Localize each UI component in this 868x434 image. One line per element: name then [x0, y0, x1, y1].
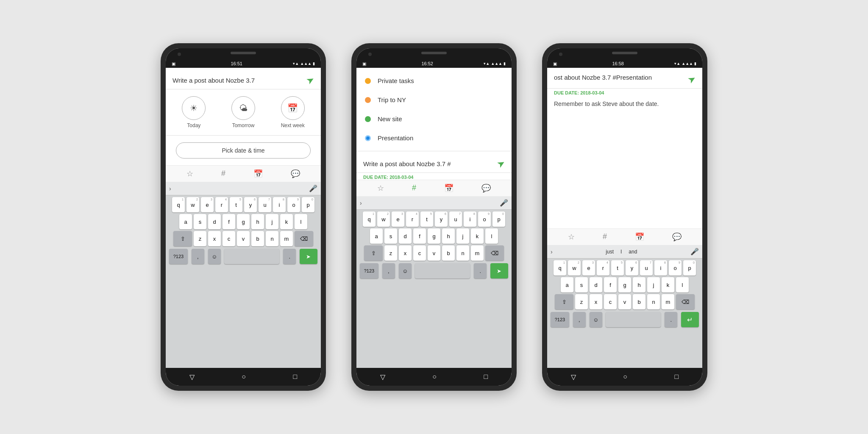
key2-a[interactable]: a	[370, 228, 383, 244]
key3-h[interactable]: h	[633, 277, 645, 292]
key3-k[interactable]: k	[662, 277, 674, 292]
date-today-option[interactable]: ☀ Today	[182, 96, 206, 128]
key-j[interactable]: j	[266, 214, 278, 229]
key-num-switch[interactable]: ?123	[169, 249, 188, 264]
key3-j[interactable]: j	[647, 277, 660, 292]
suggestion-just[interactable]: just	[606, 249, 614, 255]
key3-z[interactable]: z	[575, 294, 588, 309]
calendar-icon-2[interactable]: 📅	[444, 184, 453, 193]
hash-icon-2[interactable]: #	[412, 184, 416, 193]
key2-c[interactable]: c	[413, 245, 426, 261]
nav-back-icon-3[interactable]: ▽	[571, 373, 576, 381]
calendar-icon-3[interactable]: 📅	[635, 232, 644, 242]
key2-y[interactable]: 6y	[435, 211, 448, 227]
key2-s[interactable]: s	[384, 228, 397, 244]
key-r[interactable]: 4r	[215, 197, 228, 212]
project-item-tripny[interactable]: Trip to NY	[356, 90, 512, 109]
key-h[interactable]: h	[251, 214, 264, 229]
key3-y[interactable]: 6y	[626, 260, 638, 275]
key3-n[interactable]: n	[647, 294, 660, 309]
nav-back-icon[interactable]: ▽	[189, 373, 195, 381]
key3-o[interactable]: 9o	[669, 260, 682, 275]
key3-c[interactable]: c	[604, 294, 617, 309]
star-icon-3[interactable]: ☆	[568, 232, 575, 242]
key3-u[interactable]: 7u	[640, 260, 653, 275]
nav-home-icon[interactable]: ○	[242, 373, 246, 381]
key2-l[interactable]: l	[485, 228, 498, 244]
key2-x[interactable]: x	[399, 245, 412, 261]
key2-p[interactable]: 0p	[492, 211, 505, 227]
nav-recents-icon[interactable]: □	[293, 373, 298, 381]
key3-e[interactable]: 3e	[582, 260, 595, 275]
key2-shift[interactable]: ⇧	[364, 245, 383, 261]
nav-recents-icon-2[interactable]: □	[484, 373, 488, 381]
key2-space[interactable]	[415, 263, 470, 278]
key2-g[interactable]: g	[428, 228, 440, 244]
key3-r[interactable]: 4r	[597, 260, 609, 275]
key2-m[interactable]: m	[471, 245, 484, 261]
star-icon[interactable]: ☆	[186, 169, 193, 178]
calendar-icon[interactable]: 📅	[253, 169, 263, 178]
chevron-icon[interactable]: ›	[169, 185, 171, 192]
nav-back-icon-2[interactable]: ▽	[380, 373, 385, 381]
key-x[interactable]: x	[208, 231, 221, 246]
date-tomorrow-option[interactable]: 🌤 Tomorrow	[231, 96, 255, 128]
task-input-area-2[interactable]: Write a post about Nozbe 3.7 # ➤	[356, 151, 512, 173]
key-delete[interactable]: ⌫	[295, 231, 313, 246]
task-note-area-3[interactable]: Remember to ask Steve about the date.	[547, 95, 702, 228]
key-space[interactable]	[224, 249, 279, 264]
key-g[interactable]: g	[237, 214, 250, 229]
key-emoji[interactable]: ☺	[208, 249, 221, 264]
mic-icon[interactable]: 🎤	[309, 184, 317, 192]
key-shift[interactable]: ⇧	[173, 231, 192, 246]
key2-t[interactable]: 5t	[420, 211, 433, 227]
key2-h[interactable]: h	[442, 228, 455, 244]
key-w[interactable]: 2w	[186, 197, 199, 212]
key2-num-switch[interactable]: ?123	[360, 263, 378, 278]
key3-g[interactable]: g	[618, 277, 631, 292]
key3-v[interactable]: v	[618, 294, 631, 309]
hash-icon[interactable]: #	[221, 169, 225, 178]
pick-date-button[interactable]: Pick date & time	[176, 142, 311, 159]
comment-icon-3[interactable]: 💬	[672, 232, 682, 242]
key-k[interactable]: k	[280, 214, 293, 229]
key3-space[interactable]	[606, 312, 661, 327]
key2-j[interactable]: j	[456, 228, 469, 244]
project-item-private[interactable]: Private tasks	[356, 71, 512, 90]
key-e[interactable]: 3e	[201, 197, 214, 212]
key-v[interactable]: v	[237, 231, 250, 246]
key2-r[interactable]: 4r	[406, 211, 419, 227]
comment-icon-2[interactable]: 💬	[481, 184, 491, 193]
nav-home-icon-3[interactable]: ○	[623, 373, 627, 381]
key3-enter[interactable]: ↵	[681, 312, 699, 327]
mic-icon-3[interactable]: 🎤	[690, 248, 699, 256]
key3-t[interactable]: 5t	[611, 260, 624, 275]
key2-d[interactable]: d	[399, 228, 412, 244]
key3-comma[interactable]: ,	[573, 312, 586, 327]
key2-comma[interactable]: ,	[382, 263, 395, 278]
key3-s[interactable]: s	[575, 277, 588, 292]
key2-v[interactable]: v	[428, 245, 440, 261]
key3-emoji[interactable]: ☺	[590, 312, 602, 327]
project-item-newsite[interactable]: New site	[356, 109, 512, 128]
project-item-presentation[interactable]: Presentation	[356, 128, 512, 147]
key2-q[interactable]: 1q	[363, 211, 376, 227]
key-b[interactable]: b	[251, 231, 264, 246]
key2-delete[interactable]: ⌫	[485, 245, 504, 261]
key2-f[interactable]: f	[413, 228, 426, 244]
suggestion-i[interactable]: I	[620, 249, 622, 255]
key3-x[interactable]: x	[590, 294, 602, 309]
key-f[interactable]: f	[223, 214, 235, 229]
key-o[interactable]: 9o	[287, 197, 300, 212]
nav-recents-icon-3[interactable]: □	[675, 373, 679, 381]
send-arrow-icon-2[interactable]: ➤	[495, 157, 507, 170]
comment-icon[interactable]: 💬	[291, 169, 300, 178]
key2-e[interactable]: 3e	[392, 211, 404, 227]
key3-m[interactable]: m	[662, 294, 674, 309]
task-input-area[interactable]: Write a post about Nozbe 3.7 ➤	[166, 68, 321, 89]
key2-b[interactable]: b	[442, 245, 455, 261]
star-icon-2[interactable]: ☆	[377, 184, 384, 193]
key2-period[interactable]: .	[474, 263, 487, 278]
key3-p[interactable]: 0p	[683, 260, 696, 275]
key-m[interactable]: m	[280, 231, 293, 246]
